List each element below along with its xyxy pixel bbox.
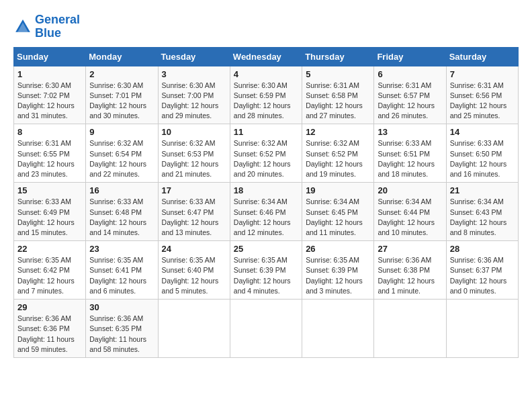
day-number: 12 [306, 127, 370, 137]
day-info: Sunrise: 6:34 AMSunset: 6:44 PMDaylight:… [378, 197, 442, 238]
day-info: Sunrise: 6:33 AMSunset: 6:49 PMDaylight:… [17, 197, 82, 238]
calendar-cell: 21 Sunrise: 6:34 AMSunset: 6:43 PMDaylig… [446, 183, 518, 241]
day-number: 27 [378, 244, 442, 254]
day-info: Sunrise: 6:31 AMSunset: 6:57 PMDaylight:… [378, 81, 442, 122]
day-info: Sunrise: 6:30 AMSunset: 7:01 PMDaylight:… [89, 81, 154, 122]
calendar-cell [374, 300, 446, 358]
day-info: Sunrise: 6:31 AMSunset: 6:56 PMDaylight:… [450, 81, 515, 122]
day-number: 23 [89, 244, 154, 254]
weekday-header: Monday [86, 47, 158, 66]
day-number: 18 [234, 185, 298, 195]
day-info: Sunrise: 6:36 AMSunset: 6:37 PMDaylight:… [450, 255, 515, 296]
day-number: 25 [234, 244, 298, 254]
calendar-cell: 4 Sunrise: 6:30 AMSunset: 6:59 PMDayligh… [230, 66, 302, 124]
logo-icon [13, 17, 32, 36]
calendar-cell: 25 Sunrise: 6:35 AMSunset: 6:39 PMDaylig… [230, 241, 302, 300]
calendar-cell: 12 Sunrise: 6:32 AMSunset: 6:52 PMDaylig… [302, 124, 374, 183]
calendar-cell: 24 Sunrise: 6:35 AMSunset: 6:40 PMDaylig… [158, 241, 230, 300]
day-number: 13 [378, 127, 442, 137]
day-number: 7 [450, 69, 515, 79]
calendar-cell: 5 Sunrise: 6:31 AMSunset: 6:58 PMDayligh… [302, 66, 374, 124]
day-info: Sunrise: 6:32 AMSunset: 6:52 PMDaylight:… [306, 138, 370, 179]
day-info: Sunrise: 6:30 AMSunset: 6:59 PMDaylight:… [234, 81, 298, 122]
day-info: Sunrise: 6:36 AMSunset: 6:36 PMDaylight:… [17, 314, 82, 355]
calendar-cell: 1 Sunrise: 6:30 AMSunset: 7:02 PMDayligh… [14, 66, 86, 124]
calendar-cell: 2 Sunrise: 6:30 AMSunset: 7:01 PMDayligh… [86, 66, 158, 124]
day-number: 8 [17, 127, 82, 137]
calendar-cell [230, 300, 302, 358]
calendar-cell: 18 Sunrise: 6:34 AMSunset: 6:46 PMDaylig… [230, 183, 302, 241]
day-number: 11 [234, 127, 298, 137]
day-number: 19 [306, 185, 370, 195]
day-info: Sunrise: 6:34 AMSunset: 6:45 PMDaylight:… [306, 197, 370, 238]
day-number: 1 [17, 69, 82, 79]
day-number: 24 [162, 244, 226, 254]
day-number: 16 [89, 185, 154, 195]
calendar-cell: 9 Sunrise: 6:32 AMSunset: 6:54 PMDayligh… [86, 124, 158, 183]
calendar-cell: 26 Sunrise: 6:35 AMSunset: 6:39 PMDaylig… [302, 241, 374, 300]
day-info: Sunrise: 6:35 AMSunset: 6:39 PMDaylight:… [306, 255, 370, 296]
day-number: 22 [17, 244, 82, 254]
day-number: 2 [89, 69, 154, 79]
day-info: Sunrise: 6:35 AMSunset: 6:39 PMDaylight:… [234, 255, 298, 296]
weekday-header: Sunday [14, 47, 86, 66]
day-number: 5 [306, 69, 370, 79]
day-info: Sunrise: 6:33 AMSunset: 6:50 PMDaylight:… [450, 138, 515, 179]
logo-text: General Blue [35, 13, 80, 40]
day-number: 14 [450, 127, 515, 137]
day-number: 6 [378, 69, 442, 79]
calendar-cell [446, 300, 518, 358]
day-number: 15 [17, 185, 82, 195]
calendar-cell: 23 Sunrise: 6:35 AMSunset: 6:41 PMDaylig… [86, 241, 158, 300]
weekday-header: Friday [374, 47, 446, 66]
day-info: Sunrise: 6:34 AMSunset: 6:43 PMDaylight:… [450, 197, 515, 238]
day-info: Sunrise: 6:36 AMSunset: 6:35 PMDaylight:… [89, 314, 154, 355]
day-info: Sunrise: 6:31 AMSunset: 6:58 PMDaylight:… [306, 81, 370, 122]
day-number: 30 [89, 302, 154, 312]
calendar-cell: 20 Sunrise: 6:34 AMSunset: 6:44 PMDaylig… [374, 183, 446, 241]
logo: General Blue [13, 13, 80, 40]
weekday-header: Tuesday [158, 47, 230, 66]
day-info: Sunrise: 6:33 AMSunset: 6:47 PMDaylight:… [162, 197, 226, 238]
calendar-table: SundayMondayTuesdayWednesdayThursdayFrid… [13, 47, 519, 358]
day-number: 26 [306, 244, 370, 254]
calendar-cell: 6 Sunrise: 6:31 AMSunset: 6:57 PMDayligh… [374, 66, 446, 124]
calendar-cell: 16 Sunrise: 6:33 AMSunset: 6:48 PMDaylig… [86, 183, 158, 241]
calendar-cell: 3 Sunrise: 6:30 AMSunset: 7:00 PMDayligh… [158, 66, 230, 124]
calendar-cell: 8 Sunrise: 6:31 AMSunset: 6:55 PMDayligh… [14, 124, 86, 183]
calendar-cell: 29 Sunrise: 6:36 AMSunset: 6:36 PMDaylig… [14, 300, 86, 358]
day-info: Sunrise: 6:30 AMSunset: 7:00 PMDaylight:… [162, 81, 226, 122]
calendar-cell: 27 Sunrise: 6:36 AMSunset: 6:38 PMDaylig… [374, 241, 446, 300]
day-info: Sunrise: 6:35 AMSunset: 6:40 PMDaylight:… [162, 255, 226, 296]
day-info: Sunrise: 6:32 AMSunset: 6:53 PMDaylight:… [162, 138, 226, 179]
day-number: 3 [162, 69, 226, 79]
day-info: Sunrise: 6:36 AMSunset: 6:38 PMDaylight:… [378, 255, 442, 296]
day-number: 10 [162, 127, 226, 137]
day-info: Sunrise: 6:33 AMSunset: 6:48 PMDaylight:… [89, 197, 154, 238]
day-number: 21 [450, 185, 515, 195]
calendar-cell: 7 Sunrise: 6:31 AMSunset: 6:56 PMDayligh… [446, 66, 518, 124]
day-info: Sunrise: 6:34 AMSunset: 6:46 PMDaylight:… [234, 197, 298, 238]
calendar-cell: 10 Sunrise: 6:32 AMSunset: 6:53 PMDaylig… [158, 124, 230, 183]
day-info: Sunrise: 6:30 AMSunset: 7:02 PMDaylight:… [17, 81, 82, 122]
day-info: Sunrise: 6:35 AMSunset: 6:41 PMDaylight:… [89, 255, 154, 296]
day-info: Sunrise: 6:35 AMSunset: 6:42 PMDaylight:… [17, 255, 82, 296]
page-header: General Blue [13, 13, 519, 40]
day-number: 29 [17, 302, 82, 312]
calendar-cell: 19 Sunrise: 6:34 AMSunset: 6:45 PMDaylig… [302, 183, 374, 241]
day-info: Sunrise: 6:31 AMSunset: 6:55 PMDaylight:… [17, 138, 82, 179]
weekday-header: Wednesday [230, 47, 302, 66]
day-info: Sunrise: 6:32 AMSunset: 6:54 PMDaylight:… [89, 138, 154, 179]
day-number: 17 [162, 185, 226, 195]
calendar-cell: 13 Sunrise: 6:33 AMSunset: 6:51 PMDaylig… [374, 124, 446, 183]
day-number: 20 [378, 185, 442, 195]
calendar-cell: 11 Sunrise: 6:32 AMSunset: 6:52 PMDaylig… [230, 124, 302, 183]
day-number: 9 [89, 127, 154, 137]
calendar-cell: 28 Sunrise: 6:36 AMSunset: 6:37 PMDaylig… [446, 241, 518, 300]
weekday-header: Saturday [446, 47, 518, 66]
calendar-cell [302, 300, 374, 358]
calendar-cell: 14 Sunrise: 6:33 AMSunset: 6:50 PMDaylig… [446, 124, 518, 183]
calendar-cell [158, 300, 230, 358]
weekday-header: Thursday [302, 47, 374, 66]
day-number: 28 [450, 244, 515, 254]
